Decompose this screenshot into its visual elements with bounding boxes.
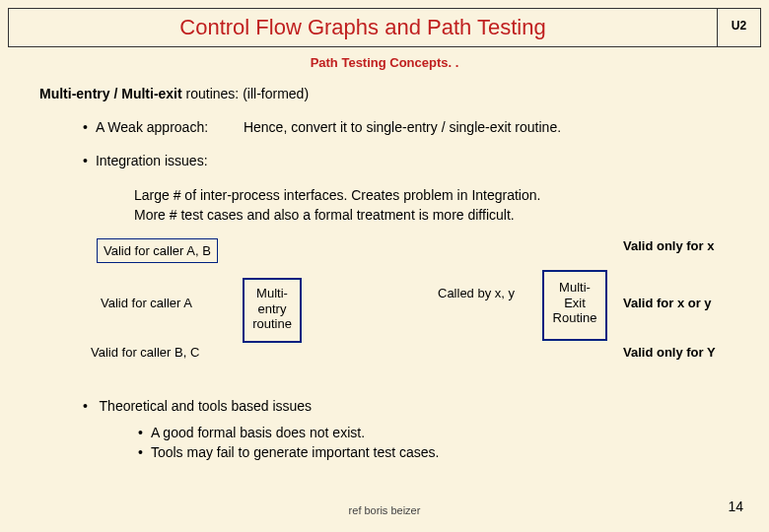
heading-bold: Multi-entry / Multi-exit (39, 86, 182, 101)
bullet-icon: • (83, 119, 88, 135)
diagram-area: Valid for caller A, B Valid for caller A… (79, 238, 720, 390)
page-number: 14 (728, 499, 743, 514)
box-multi-entry: Multi-entry routine (243, 278, 302, 343)
label-valid-bc: Valid for caller B, C (91, 345, 199, 360)
label-valid-only-x: Valid only for x (623, 238, 714, 253)
label-called-xy: Called by x, y (438, 286, 515, 300)
sub-bullet-1: • A good formal basis does not exist. (138, 424, 730, 443)
content-area: Multi-entry / Multi-exit routines: (ill-… (0, 86, 769, 462)
bullet-icon: • (138, 424, 143, 443)
integration-line2: More # test cases and also a formal trea… (134, 206, 730, 226)
bullet-text: Hence, convert it to single-entry / sing… (244, 119, 730, 135)
bullet-icon: • (83, 398, 88, 414)
heading-rest: routines: (ill-formed) (182, 86, 309, 101)
bullet-icon: • (83, 153, 88, 168)
sub-bullet-text: A good formal basis does not exist. (151, 424, 365, 443)
slide-subtitle: Path Testing Concepts. . (0, 55, 769, 70)
box-multi-exit: Multi-Exit Routine (542, 270, 607, 341)
bullet-weak-approach: • A Weak approach: Hence, convert it to … (83, 119, 730, 135)
footer-reference: ref boris beizer (0, 504, 769, 516)
box-valid-ab: Valid for caller A, B (97, 238, 218, 263)
label-valid-x-or-y: Valid for x or y (623, 296, 712, 310)
bullet-icon: • (138, 443, 143, 463)
bullet-theoretical: • Theoretical and tools based issues • A… (83, 398, 730, 462)
bullet-label: A Weak approach: (96, 119, 244, 135)
unit-label: U2 (717, 9, 760, 46)
section-heading: Multi-entry / Multi-exit routines: (ill-… (39, 86, 730, 101)
sub-bullet-2: • Tools may fail to generate important t… (138, 443, 730, 463)
bullet-text: Theoretical and tools based issues (100, 398, 313, 414)
label-valid-only-y: Valid only for Y (623, 345, 716, 360)
label-valid-a: Valid for caller A (101, 296, 192, 310)
integration-line1: Large # of inter-process interfaces. Cre… (134, 186, 730, 206)
sub-bullet-text: Tools may fail to generate important tes… (151, 443, 440, 463)
bullet-label: Integration issues: (96, 153, 244, 168)
integration-text: Large # of inter-process interfaces. Cre… (134, 186, 730, 225)
sub-bullets: • A good formal basis does not exist. • … (138, 424, 730, 462)
slide-title: Control Flow Graphs and Path Testing (9, 9, 717, 46)
bullet-integration: • Integration issues: (83, 153, 730, 168)
title-bar: Control Flow Graphs and Path Testing U2 (8, 8, 761, 47)
